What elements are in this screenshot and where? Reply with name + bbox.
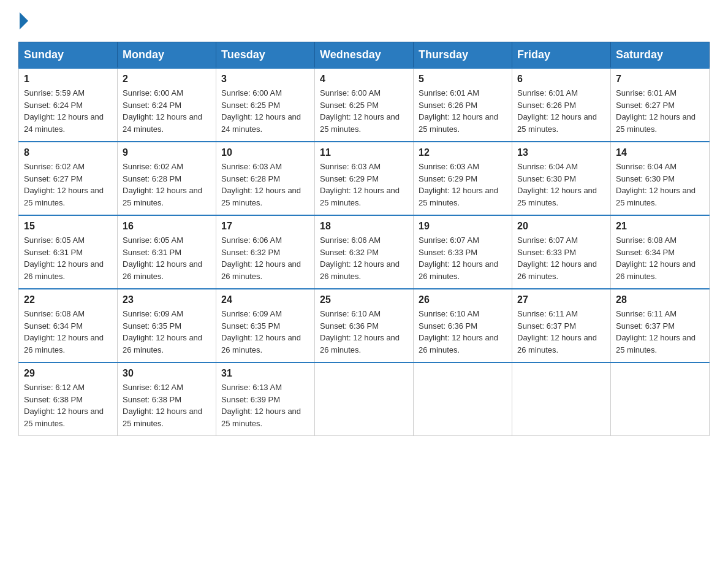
calendar-cell: 12 Sunrise: 6:03 AMSunset: 6:29 PMDaylig… xyxy=(414,142,512,215)
day-number: 25 xyxy=(320,294,408,305)
day-number: 8 xyxy=(24,147,112,158)
day-info: Sunrise: 6:01 AMSunset: 6:27 PMDaylight:… xyxy=(616,87,704,135)
calendar-cell: 13 Sunrise: 6:04 AMSunset: 6:30 PMDaylig… xyxy=(512,142,611,215)
day-number: 31 xyxy=(221,368,309,379)
header-tuesday: Tuesday xyxy=(216,42,315,69)
day-info: Sunrise: 6:01 AMSunset: 6:26 PMDaylight:… xyxy=(419,87,507,135)
day-info: Sunrise: 6:00 AMSunset: 6:24 PMDaylight:… xyxy=(123,87,211,135)
day-number: 23 xyxy=(123,294,211,305)
day-info: Sunrise: 6:06 AMSunset: 6:32 PMDaylight:… xyxy=(221,234,309,282)
calendar-cell: 3 Sunrise: 6:00 AMSunset: 6:25 PMDayligh… xyxy=(216,68,315,142)
calendar-cell: 11 Sunrise: 6:03 AMSunset: 6:29 PMDaylig… xyxy=(315,142,414,215)
calendar-cell: 27 Sunrise: 6:11 AMSunset: 6:37 PMDaylig… xyxy=(512,289,611,362)
day-info: Sunrise: 6:05 AMSunset: 6:31 PMDaylight:… xyxy=(123,234,211,282)
logo-triangle-icon xyxy=(20,12,28,29)
calendar-cell: 22 Sunrise: 6:08 AMSunset: 6:34 PMDaylig… xyxy=(19,289,118,362)
header-saturday: Saturday xyxy=(611,42,710,69)
calendar-cell: 14 Sunrise: 6:04 AMSunset: 6:30 PMDaylig… xyxy=(611,142,710,215)
day-number: 29 xyxy=(24,368,112,379)
day-number: 14 xyxy=(616,147,704,158)
header-friday: Friday xyxy=(512,42,611,69)
calendar-cell: 7 Sunrise: 6:01 AMSunset: 6:27 PMDayligh… xyxy=(611,68,710,142)
day-info: Sunrise: 6:08 AMSunset: 6:34 PMDaylight:… xyxy=(616,234,704,282)
header-monday: Monday xyxy=(118,42,216,69)
day-number: 1 xyxy=(24,74,112,85)
day-info: Sunrise: 6:09 AMSunset: 6:35 PMDaylight:… xyxy=(221,308,309,356)
week-row-4: 22 Sunrise: 6:08 AMSunset: 6:34 PMDaylig… xyxy=(19,289,710,362)
day-number: 26 xyxy=(419,294,507,305)
day-number: 7 xyxy=(616,74,704,85)
calendar-cell: 20 Sunrise: 6:07 AMSunset: 6:33 PMDaylig… xyxy=(512,215,611,289)
calendar-cell: 30 Sunrise: 6:12 AMSunset: 6:38 PMDaylig… xyxy=(118,362,216,436)
calendar-cell: 28 Sunrise: 6:11 AMSunset: 6:37 PMDaylig… xyxy=(611,289,710,362)
day-number: 28 xyxy=(616,294,704,305)
day-number: 5 xyxy=(419,74,507,85)
calendar-header-row: SundayMondayTuesdayWednesdayThursdayFrid… xyxy=(19,42,710,69)
day-number: 24 xyxy=(221,294,309,305)
day-info: Sunrise: 6:04 AMSunset: 6:30 PMDaylight:… xyxy=(616,161,704,209)
day-info: Sunrise: 6:05 AMSunset: 6:31 PMDaylight:… xyxy=(24,234,112,282)
day-info: Sunrise: 6:11 AMSunset: 6:37 PMDaylight:… xyxy=(616,308,704,356)
week-row-5: 29 Sunrise: 6:12 AMSunset: 6:38 PMDaylig… xyxy=(19,362,710,436)
day-number: 9 xyxy=(123,147,211,158)
day-number: 19 xyxy=(419,221,507,232)
calendar-cell: 19 Sunrise: 6:07 AMSunset: 6:33 PMDaylig… xyxy=(414,215,512,289)
calendar-cell: 29 Sunrise: 6:12 AMSunset: 6:38 PMDaylig… xyxy=(19,362,118,436)
day-number: 15 xyxy=(24,221,112,232)
day-info: Sunrise: 6:03 AMSunset: 6:29 PMDaylight:… xyxy=(320,161,408,209)
calendar-cell xyxy=(611,362,710,436)
day-info: Sunrise: 6:07 AMSunset: 6:33 PMDaylight:… xyxy=(419,234,507,282)
calendar-cell: 18 Sunrise: 6:06 AMSunset: 6:32 PMDaylig… xyxy=(315,215,414,289)
day-number: 22 xyxy=(24,294,112,305)
calendar-cell: 4 Sunrise: 6:00 AMSunset: 6:25 PMDayligh… xyxy=(315,68,414,142)
day-number: 13 xyxy=(517,147,605,158)
calendar-cell: 9 Sunrise: 6:02 AMSunset: 6:28 PMDayligh… xyxy=(118,142,216,215)
calendar-cell: 16 Sunrise: 6:05 AMSunset: 6:31 PMDaylig… xyxy=(118,215,216,289)
calendar-cell: 8 Sunrise: 6:02 AMSunset: 6:27 PMDayligh… xyxy=(19,142,118,215)
header-thursday: Thursday xyxy=(414,42,512,69)
day-number: 18 xyxy=(320,221,408,232)
day-number: 3 xyxy=(221,74,309,85)
page-header xyxy=(18,12,710,29)
header-wednesday: Wednesday xyxy=(315,42,414,69)
calendar-cell: 21 Sunrise: 6:08 AMSunset: 6:34 PMDaylig… xyxy=(611,215,710,289)
week-row-1: 1 Sunrise: 5:59 AMSunset: 6:24 PMDayligh… xyxy=(19,68,710,142)
calendar-cell: 31 Sunrise: 6:13 AMSunset: 6:39 PMDaylig… xyxy=(216,362,315,436)
calendar-cell: 23 Sunrise: 6:09 AMSunset: 6:35 PMDaylig… xyxy=(118,289,216,362)
day-number: 10 xyxy=(221,147,309,158)
calendar-cell: 24 Sunrise: 6:09 AMSunset: 6:35 PMDaylig… xyxy=(216,289,315,362)
calendar-cell: 15 Sunrise: 6:05 AMSunset: 6:31 PMDaylig… xyxy=(19,215,118,289)
day-info: Sunrise: 6:00 AMSunset: 6:25 PMDaylight:… xyxy=(221,87,309,135)
day-info: Sunrise: 6:08 AMSunset: 6:34 PMDaylight:… xyxy=(24,308,112,356)
calendar-cell: 17 Sunrise: 6:06 AMSunset: 6:32 PMDaylig… xyxy=(216,215,315,289)
calendar-cell: 10 Sunrise: 6:03 AMSunset: 6:28 PMDaylig… xyxy=(216,142,315,215)
day-info: Sunrise: 6:09 AMSunset: 6:35 PMDaylight:… xyxy=(123,308,211,356)
day-number: 27 xyxy=(517,294,605,305)
day-info: Sunrise: 6:02 AMSunset: 6:28 PMDaylight:… xyxy=(123,161,211,209)
day-number: 21 xyxy=(616,221,704,232)
calendar-cell: 6 Sunrise: 6:01 AMSunset: 6:26 PMDayligh… xyxy=(512,68,611,142)
day-info: Sunrise: 6:11 AMSunset: 6:37 PMDaylight:… xyxy=(517,308,605,356)
day-number: 2 xyxy=(123,74,211,85)
day-info: Sunrise: 6:02 AMSunset: 6:27 PMDaylight:… xyxy=(24,161,112,209)
day-number: 6 xyxy=(517,74,605,85)
calendar-cell: 1 Sunrise: 5:59 AMSunset: 6:24 PMDayligh… xyxy=(19,68,118,142)
day-info: Sunrise: 6:03 AMSunset: 6:29 PMDaylight:… xyxy=(419,161,507,209)
day-number: 4 xyxy=(320,74,408,85)
day-info: Sunrise: 6:12 AMSunset: 6:38 PMDaylight:… xyxy=(123,381,211,429)
day-number: 30 xyxy=(123,368,211,379)
calendar-cell: 25 Sunrise: 6:10 AMSunset: 6:36 PMDaylig… xyxy=(315,289,414,362)
day-info: Sunrise: 6:10 AMSunset: 6:36 PMDaylight:… xyxy=(320,308,408,356)
calendar-cell: 2 Sunrise: 6:00 AMSunset: 6:24 PMDayligh… xyxy=(118,68,216,142)
week-row-2: 8 Sunrise: 6:02 AMSunset: 6:27 PMDayligh… xyxy=(19,142,710,215)
day-info: Sunrise: 6:04 AMSunset: 6:30 PMDaylight:… xyxy=(517,161,605,209)
day-number: 20 xyxy=(517,221,605,232)
day-number: 16 xyxy=(123,221,211,232)
logo-text xyxy=(18,12,29,29)
calendar-table: SundayMondayTuesdayWednesdayThursdayFrid… xyxy=(18,42,710,436)
day-info: Sunrise: 6:13 AMSunset: 6:39 PMDaylight:… xyxy=(221,381,309,429)
day-info: Sunrise: 6:07 AMSunset: 6:33 PMDaylight:… xyxy=(517,234,605,282)
day-number: 17 xyxy=(221,221,309,232)
day-info: Sunrise: 6:00 AMSunset: 6:25 PMDaylight:… xyxy=(320,87,408,135)
day-info: Sunrise: 6:10 AMSunset: 6:36 PMDaylight:… xyxy=(419,308,507,356)
